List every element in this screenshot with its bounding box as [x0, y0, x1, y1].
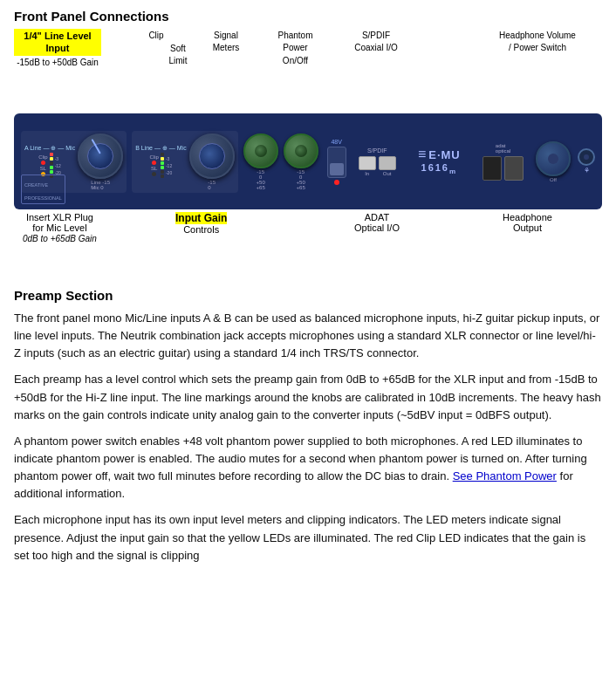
headphone-volume-label: Headphone Volume/ Power Switch: [476, 29, 599, 54]
soft-limit-label: SoftLimit: [156, 42, 200, 67]
meter-leds-b: [161, 153, 164, 178]
insert-xlr-label: Insert XLR Plugfor Mic Level 0dB to +65d…: [23, 212, 97, 243]
headphone-jack[interactable]: [578, 148, 595, 166]
front-panel-title: Front Panel Connections: [14, 9, 602, 24]
knob-headphone-volume[interactable]: [536, 141, 571, 176]
adat-label: ADATOptical I/O: [354, 212, 400, 233]
meter-scale-b: -3-12-20: [166, 156, 172, 175]
knob-gain-b[interactable]: [284, 133, 318, 168]
phantom-led: [334, 180, 339, 185]
diagram-wrapper: 1/4" Line Level Input -15dB to +50dB Gai…: [14, 29, 602, 277]
preamp-section-title: Preamp Section: [14, 288, 602, 303]
input-gain-label: Input Gain Controls: [175, 212, 227, 235]
brand-logo: ≡ E·MU 1616m: [405, 147, 474, 175]
knob-input-b[interactable]: [189, 133, 235, 179]
channel-b-label: B Line — ⊕ — Mic: [135, 145, 187, 152]
phantom-power-switch[interactable]: 48V: [327, 139, 346, 185]
headphone-output-label: HeadphoneOutput: [503, 212, 552, 233]
line-input-highlight: 1/4" Line Level Input: [14, 29, 101, 56]
clip-led-a: [41, 161, 45, 165]
input-gain-b-group: -150+50+65: [284, 133, 318, 190]
top-labels: 1/4" Line Level Input -15dB to +50dB Gai…: [14, 29, 602, 112]
clip-label: Clip: [143, 29, 169, 41]
signal-meters-label: Signal Meters: [204, 29, 248, 54]
clip-led-b: [152, 161, 156, 165]
preamp-para-4: Each microphone input has its own input …: [14, 511, 602, 564]
phantom-power-label: PhantomPowerOn/Off: [271, 29, 319, 66]
adat-in-port: [483, 156, 502, 181]
preamp-para-2: Each preamp has a level control which se…: [14, 371, 602, 423]
channel-a-label: A Line — ⊕ — Mic: [24, 145, 75, 152]
creative-logo: CREATIVEPROFESSIONAL: [21, 174, 65, 204]
spdif-label: S/PDIFCoaxial I/O: [346, 29, 407, 54]
device-panel: A Line — ⊕ — Mic Clip SL: [14, 113, 602, 209]
input-gain-a-group: -150+50+65: [243, 133, 278, 190]
adat-section: adatoptical: [483, 143, 524, 181]
sl-led-b: [152, 172, 156, 176]
knob-gain-a[interactable]: [243, 133, 278, 168]
preamp-para-3: A phantom power switch enables +48 volt …: [14, 433, 602, 503]
preamp-section: Preamp Section The front panel mono Mic/…: [14, 288, 602, 565]
line-input-label: 1/4" Line Level Input -15dB to +50dB Gai…: [14, 29, 101, 68]
bottom-labels: Insert XLR Plugfor Mic Level 0dB to +65d…: [14, 212, 602, 277]
adat-out-port: [504, 156, 524, 181]
spdif-section: S/PDIF In Out: [359, 147, 396, 176]
preamp-text: The front panel mono Mic/Line inputs A &…: [14, 310, 602, 565]
knob-input-a[interactable]: [78, 133, 123, 179]
spdif-out: Out: [379, 156, 396, 176]
headphone-section: Off ⚘: [536, 141, 595, 182]
meter-scale-a: -3-12-20: [55, 156, 61, 175]
spdif-in: In: [359, 156, 376, 176]
phantom-power-link[interactable]: See Phantom Power: [453, 469, 557, 482]
front-panel-section: Front Panel Connections 1/4" Line Level …: [14, 9, 602, 277]
preamp-para-1: The front panel mono Mic/Line inputs A &…: [14, 310, 602, 362]
channel-b-block: B Line — ⊕ — Mic Clip SL: [132, 131, 238, 193]
phantom-toggle[interactable]: [327, 147, 346, 178]
